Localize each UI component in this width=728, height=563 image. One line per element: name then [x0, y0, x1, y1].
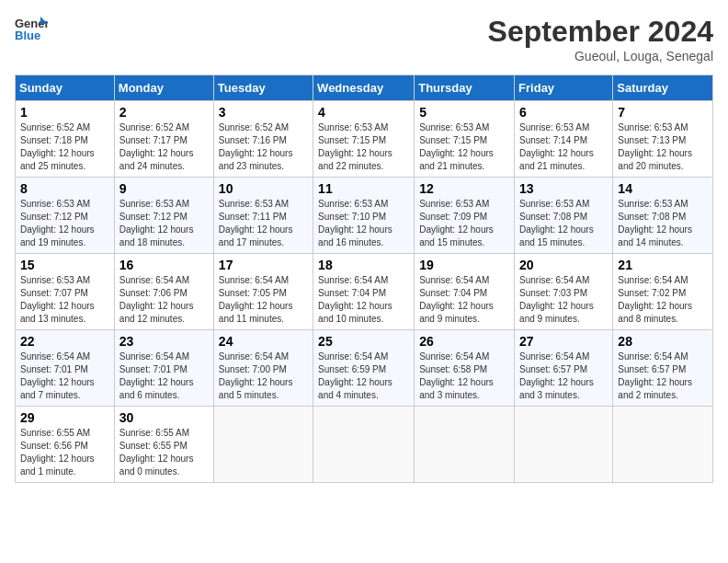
table-row: 29Sunrise: 6:55 AMSunset: 6:56 PMDayligh… [16, 407, 115, 483]
table-row: 27Sunrise: 6:54 AMSunset: 6:57 PMDayligh… [515, 330, 613, 407]
page-header: General Blue September 2024 Gueoul, Loug… [15, 15, 713, 63]
table-row: 28Sunrise: 6:54 AMSunset: 6:57 PMDayligh… [613, 330, 713, 407]
table-row: 2Sunrise: 6:52 AMSunset: 7:17 PMDaylight… [114, 101, 213, 178]
logo: General Blue [15, 15, 51, 42]
calendar-week-4: 22Sunrise: 6:54 AMSunset: 7:01 PMDayligh… [16, 330, 713, 407]
col-friday: Friday [515, 75, 613, 101]
table-row [213, 407, 313, 483]
title-block: September 2024 Gueoul, Louga, Senegal [488, 15, 713, 63]
table-row: 9Sunrise: 6:53 AMSunset: 7:12 PMDaylight… [114, 178, 213, 254]
col-tuesday: Tuesday [213, 75, 313, 101]
table-row: 3Sunrise: 6:52 AMSunset: 7:16 PMDaylight… [213, 101, 313, 178]
calendar-week-5: 29Sunrise: 6:55 AMSunset: 6:56 PMDayligh… [16, 407, 713, 483]
month-title: September 2024 [488, 15, 713, 49]
table-row: 10Sunrise: 6:53 AMSunset: 7:11 PMDayligh… [213, 178, 313, 254]
table-row: 18Sunrise: 6:54 AMSunset: 7:04 PMDayligh… [313, 254, 415, 330]
table-row [613, 407, 713, 483]
table-row: 6Sunrise: 6:53 AMSunset: 7:14 PMDaylight… [515, 101, 613, 178]
table-row: 25Sunrise: 6:54 AMSunset: 6:59 PMDayligh… [313, 330, 415, 407]
logo-icon: General Blue [15, 15, 48, 42]
table-row [313, 407, 415, 483]
col-wednesday: Wednesday [313, 75, 415, 101]
table-row [415, 407, 515, 483]
table-row: 24Sunrise: 6:54 AMSunset: 7:00 PMDayligh… [213, 330, 313, 407]
table-row: 22Sunrise: 6:54 AMSunset: 7:01 PMDayligh… [16, 330, 115, 407]
location-subtitle: Gueoul, Louga, Senegal [488, 49, 713, 63]
table-row: 20Sunrise: 6:54 AMSunset: 7:03 PMDayligh… [515, 254, 613, 330]
calendar-week-3: 15Sunrise: 6:53 AMSunset: 7:07 PMDayligh… [16, 254, 713, 330]
svg-text:Blue: Blue [15, 29, 40, 42]
table-row: 26Sunrise: 6:54 AMSunset: 6:58 PMDayligh… [415, 330, 515, 407]
col-thursday: Thursday [415, 75, 515, 101]
table-row: 7Sunrise: 6:53 AMSunset: 7:13 PMDaylight… [613, 101, 713, 178]
table-row: 21Sunrise: 6:54 AMSunset: 7:02 PMDayligh… [613, 254, 713, 330]
table-row: 11Sunrise: 6:53 AMSunset: 7:10 PMDayligh… [313, 178, 415, 254]
table-row: 1Sunrise: 6:52 AMSunset: 7:18 PMDaylight… [16, 101, 115, 178]
col-saturday: Saturday [613, 75, 713, 101]
calendar-header-row: Sunday Monday Tuesday Wednesday Thursday… [16, 75, 713, 101]
table-row: 8Sunrise: 6:53 AMSunset: 7:12 PMDaylight… [16, 178, 115, 254]
table-row [515, 407, 613, 483]
table-row: 19Sunrise: 6:54 AMSunset: 7:04 PMDayligh… [415, 254, 515, 330]
table-row: 12Sunrise: 6:53 AMSunset: 7:09 PMDayligh… [415, 178, 515, 254]
table-row: 30Sunrise: 6:55 AMSunset: 6:55 PMDayligh… [114, 407, 213, 483]
table-row: 17Sunrise: 6:54 AMSunset: 7:05 PMDayligh… [213, 254, 313, 330]
table-row: 16Sunrise: 6:54 AMSunset: 7:06 PMDayligh… [114, 254, 213, 330]
table-row: 23Sunrise: 6:54 AMSunset: 7:01 PMDayligh… [114, 330, 213, 407]
table-row: 5Sunrise: 6:53 AMSunset: 7:15 PMDaylight… [415, 101, 515, 178]
calendar-week-2: 8Sunrise: 6:53 AMSunset: 7:12 PMDaylight… [16, 178, 713, 254]
col-monday: Monday [114, 75, 213, 101]
table-row: 14Sunrise: 6:53 AMSunset: 7:08 PMDayligh… [613, 178, 713, 254]
table-row: 15Sunrise: 6:53 AMSunset: 7:07 PMDayligh… [16, 254, 115, 330]
calendar-week-1: 1Sunrise: 6:52 AMSunset: 7:18 PMDaylight… [16, 101, 713, 178]
calendar-table: Sunday Monday Tuesday Wednesday Thursday… [15, 75, 713, 483]
table-row: 4Sunrise: 6:53 AMSunset: 7:15 PMDaylight… [313, 101, 415, 178]
col-sunday: Sunday [16, 75, 115, 101]
table-row: 13Sunrise: 6:53 AMSunset: 7:08 PMDayligh… [515, 178, 613, 254]
